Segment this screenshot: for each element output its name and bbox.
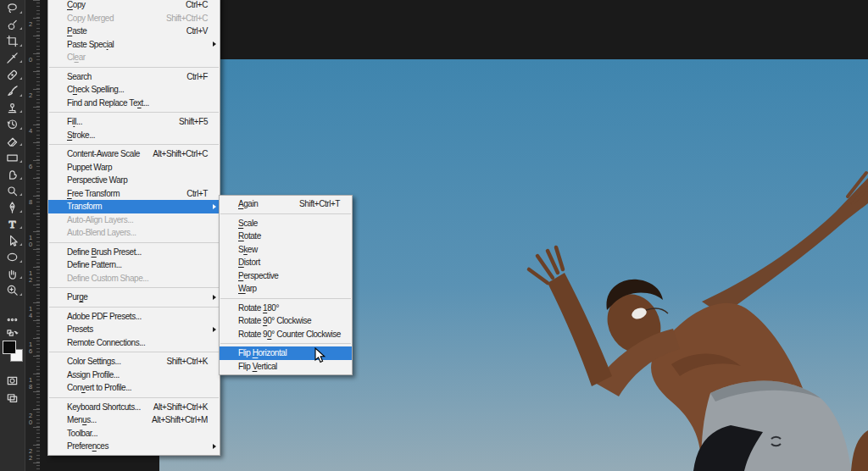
tool-quick-selection[interactable] — [0, 17, 25, 34]
menu-item-shortcut: Ctrl+C — [182, 0, 208, 9]
menu-item-scale[interactable]: Scale — [220, 217, 352, 230]
ruler-number: 22 — [27, 447, 34, 460]
menu-item-color-settings[interactable]: Color Settings...Shift+Ctrl+K — [48, 355, 220, 368]
menu-item-assign-profile[interactable]: Assign Profile... — [48, 368, 220, 382]
menu-item-copy-merged[interactable]: Copy MergedShift+Ctrl+C — [48, 12, 220, 25]
foreground-color-swatch[interactable] — [3, 341, 16, 354]
menu-item-label: Again — [238, 199, 258, 208]
menu-item-free-transform[interactable]: Free TransformCtrl+T — [48, 187, 220, 201]
menu-item-purge[interactable]: Purge — [48, 291, 220, 304]
vertical-ruler[interactable]: 20246810121416182022 — [25, 0, 40, 471]
menu-item-auto-align-layers[interactable]: Auto-Align Layers... — [48, 213, 220, 227]
menu-item-distort[interactable]: Distort — [220, 256, 352, 269]
menu-item-perspective[interactable]: Perspective — [220, 269, 352, 283]
menu-item-stroke[interactable]: Stroke... — [48, 129, 220, 142]
tool-brush[interactable] — [0, 83, 25, 100]
menu-item-shortcut: Alt+Shift+Ctrl+C — [149, 149, 208, 158]
menu-item-puppet-warp[interactable]: Puppet Warp — [48, 161, 220, 175]
ruler-number: 4 — [27, 127, 34, 134]
menu-item-presets[interactable]: Presets — [48, 323, 220, 336]
menu-item-define-pattern[interactable]: Define Pattern... — [48, 258, 220, 272]
menu-item-paste-special[interactable]: Paste Special — [48, 38, 220, 52]
menu-item-perspective-warp[interactable]: Perspective Warp — [48, 174, 220, 187]
menu-item-toolbar[interactable]: Toolbar... — [48, 427, 220, 441]
tool-history-brush[interactable] — [0, 116, 25, 133]
menu-item-flip-horizontal[interactable]: Flip Horizontal — [220, 346, 352, 360]
menu-item-convert-to-profile[interactable]: Convert to Profile... — [48, 381, 220, 395]
menu-item-label: Rotate 180° — [238, 303, 279, 313]
submenu-arrow-icon — [208, 444, 220, 449]
menu-item-label: Transform — [67, 202, 102, 211]
menu-item-label: Perspective — [238, 271, 278, 280]
menu-item-transform[interactable]: Transform — [48, 200, 220, 213]
tool-smudge[interactable] — [0, 166, 25, 183]
menu-item-label: Perspective Warp — [67, 175, 127, 185]
menu-item-label: Copy — [67, 0, 86, 9]
tool-spot-healing[interactable] — [0, 66, 25, 83]
menu-item-rotate-90-clockwise[interactable]: Rotate 90° Clockwise — [220, 314, 352, 328]
menu-item-label: Menus... — [67, 415, 97, 424]
edit-menu-dropdown: CopyCtrl+CCopy MergedShift+Ctrl+CPasteCt… — [47, 0, 220, 456]
tool-ellipse-shape[interactable] — [0, 249, 25, 266]
menu-item-find-and-replace-text[interactable]: Find and Replace Text... — [48, 97, 220, 110]
transform-submenu: AgainShift+Ctrl+TScaleRotateSkewDistortP… — [219, 195, 353, 375]
menu-item-rotate[interactable]: Rotate — [220, 230, 352, 243]
menu-item-preferences[interactable]: Preferences — [48, 440, 220, 453]
tool-gradient[interactable] — [0, 149, 25, 166]
ruler-number: 6 — [27, 163, 34, 169]
menu-separator — [49, 287, 219, 288]
tool-eyedropper[interactable] — [0, 50, 25, 67]
menu-item-label: Preferences — [67, 441, 108, 451]
menu-item-label: Flip Vertical — [238, 362, 277, 371]
menu-item-label: Paste Special — [67, 40, 114, 49]
foreground-background-colors[interactable] — [1, 341, 24, 369]
menu-item-define-brush-preset[interactable]: Define Brush Preset... — [48, 246, 220, 259]
gradient-icon — [6, 152, 19, 164]
tool-lasso[interactable] — [0, 0, 25, 17]
menu-item-keyboard-shortcuts[interactable]: Keyboard Shortcuts...Alt+Shift+Ctrl+K — [48, 401, 220, 414]
menu-item-auto-blend-layers[interactable]: Auto-Blend Layers... — [48, 226, 220, 240]
lasso-icon — [6, 2, 19, 14]
menu-item-again[interactable]: AgainShift+Ctrl+T — [220, 197, 352, 211]
tool-zoom[interactable] — [0, 282, 25, 299]
menu-item-warp[interactable]: Warp — [220, 282, 352, 296]
menu-item-copy[interactable]: CopyCtrl+C — [48, 0, 220, 12]
tool-screen-mode[interactable] — [0, 390, 25, 407]
menu-item-content-aware-scale[interactable]: Content-Aware ScaleAlt+Shift+Ctrl+C — [48, 147, 220, 161]
tool-dodge[interactable] — [0, 183, 25, 200]
tool-eraser[interactable] — [0, 133, 25, 150]
menu-item-adobe-pdf-presets[interactable]: Adobe PDF Presets... — [48, 310, 220, 324]
submenu-arrow-icon — [208, 42, 220, 47]
menu-item-define-custom-shape[interactable]: Define Custom Shape... — [48, 272, 220, 285]
menu-item-label: Warp — [238, 284, 257, 293]
tool-clone-stamp[interactable] — [0, 100, 25, 117]
menu-item-check-spelling[interactable]: Check Spelling... — [48, 83, 220, 97]
menu-item-rotate-180[interactable]: Rotate 180° — [220, 302, 352, 315]
tool-path-selection[interactable] — [0, 232, 25, 249]
menu-item-shortcut: Ctrl+F — [183, 72, 208, 81]
menu-separator — [49, 307, 219, 308]
menu-item-clear[interactable]: Clear — [48, 51, 220, 64]
menu-item-menus[interactable]: Menus...Alt+Shift+Ctrl+M — [48, 413, 220, 427]
menu-separator — [220, 298, 351, 299]
menu-item-label: Rotate 90° Clockwise — [238, 316, 311, 325]
default-and-swap-colors-icon — [6, 328, 19, 341]
ruler-number: 8 — [27, 198, 34, 205]
tool-type[interactable]: T — [0, 216, 25, 233]
tool-quick-mask[interactable] — [0, 373, 25, 390]
menu-item-flip-vertical[interactable]: Flip Vertical — [220, 360, 352, 374]
tool-crop[interactable] — [0, 33, 25, 50]
menu-item-remote-connections[interactable]: Remote Connections... — [48, 336, 220, 350]
quick-selection-icon — [6, 19, 19, 31]
menu-item-label: Define Pattern... — [67, 260, 122, 269]
menu-item-rotate-90-counter-clockwise[interactable]: Rotate 90° Counter Clockwise — [220, 328, 352, 341]
tool-hand[interactable] — [0, 266, 25, 283]
menu-item-paste[interactable]: PasteCtrl+V — [48, 25, 220, 38]
menu-item-search[interactable]: SearchCtrl+F — [48, 70, 220, 84]
menu-item-fill[interactable]: Fill...Shift+F5 — [48, 115, 220, 129]
menu-separator — [49, 112, 219, 113]
tool-pen[interactable] — [0, 199, 25, 216]
menu-item-label: Paste — [67, 26, 86, 36]
menu-item-skew[interactable]: Skew — [220, 243, 352, 257]
spot-healing-icon — [6, 69, 19, 81]
